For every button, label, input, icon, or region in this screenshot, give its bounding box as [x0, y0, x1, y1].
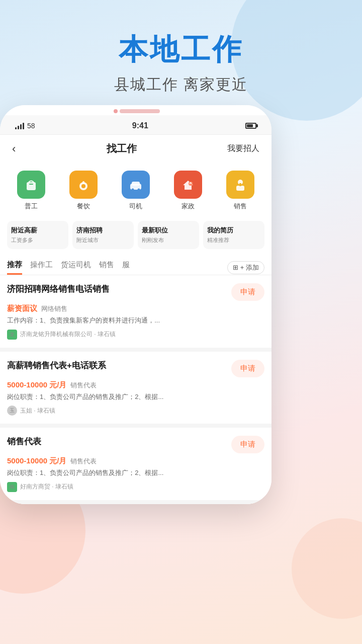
job-title-2: 高薪聘销售代表+电话联系 — [7, 360, 226, 372]
nav-title: 找工作 — [107, 142, 137, 155]
phone-notch — [0, 105, 272, 115]
job-title-1: 济阳招聘网络销售电话销售 — [7, 283, 226, 295]
signal-bar-3 — [20, 124, 22, 129]
status-time: 9:41 — [132, 121, 148, 130]
svg-point-7 — [132, 189, 134, 191]
job-desc-3: 岗位职责：1、负责公司产品的销售及推广；2、根据... — [7, 468, 264, 478]
category-icon-driver — [122, 171, 150, 199]
back-button[interactable]: ‹ — [12, 142, 16, 155]
company-name-1: 济南龙铭升降机械有限公司 · 埭石镇 — [20, 330, 116, 339]
tab-add-button[interactable]: ⊞ + 添加 — [227, 261, 264, 274]
job-list: 济阳招聘网络销售电话销售 申请 薪资面议网络销售 工作内容：1、负责搜集新客户的… — [0, 275, 272, 504]
svg-rect-0 — [27, 182, 36, 190]
category-item-driver[interactable]: 司机 — [122, 171, 150, 211]
signal-bar-2 — [18, 126, 19, 129]
nav-bar: ‹ 找工作 我要招人 — [0, 135, 272, 163]
svg-point-8 — [138, 189, 140, 191]
category-item-general-worker[interactable]: 普工 — [17, 171, 45, 211]
category-icon-sales — [226, 171, 254, 199]
company-logo-3: 南 — [7, 482, 17, 492]
quick-links: 附近高薪 工资多多 济南招聘 附近城市 最新职位 刚刚发布 我的简历 精准推荐 — [0, 216, 272, 254]
category-label-driver: 司机 — [129, 202, 142, 211]
tab-sales[interactable]: 销售 — [99, 260, 114, 275]
quick-link-title-3: 我的简历 — [207, 226, 260, 235]
app-subtitle: 县城工作 离家更近 — [0, 74, 362, 95]
job-card-2: 高薪聘销售代表+电话联系 申请 5000-10000 元/月销售代表 岗位职责：… — [0, 352, 272, 428]
tab-freight-driver[interactable]: 货运司机 — [61, 260, 91, 275]
job-card-header-3: 销售代表 申请 — [7, 436, 264, 453]
battery-icon — [245, 123, 256, 129]
company-logo-1: 龙 — [7, 330, 17, 340]
category-label-housekeeping: 家政 — [182, 202, 195, 211]
quick-link-nearby-highpay[interactable]: 附近高薪 工资多多 — [7, 221, 68, 249]
job-salary-3: 5000-10000 元/月销售代表 — [7, 456, 264, 466]
notch-line — [120, 109, 160, 113]
svg-rect-13 — [239, 183, 241, 186]
svg-rect-6 — [132, 182, 140, 186]
svg-rect-1 — [29, 184, 33, 185]
quick-link-latest-jobs[interactable]: 最新职位 刚刚发布 — [138, 221, 199, 249]
job-salary-tag-2: 销售代表 — [70, 381, 97, 389]
notch-dot — [114, 109, 118, 113]
category-icon-housekeeping — [174, 171, 202, 199]
tabs-row: 推荐 操作工 货运司机 销售 服 ⊞ + 添加 — [0, 254, 272, 275]
tab-add-icon: ⊞ — [233, 264, 238, 271]
apply-button-2[interactable]: 申请 — [231, 360, 264, 377]
nav-right-button[interactable]: 我要招人 — [227, 143, 259, 154]
quick-link-my-resume[interactable]: 我的简历 精准推荐 — [203, 221, 264, 249]
tab-recommend[interactable]: 推荐 — [7, 260, 22, 275]
category-item-housekeeping[interactable]: 家政 — [174, 171, 202, 211]
job-company-2: 玉 玉姐 · 埭石镇 — [7, 406, 264, 416]
tab-service[interactable]: 服 — [122, 260, 130, 275]
svg-rect-12 — [236, 186, 244, 191]
bg-decoration-bottom-right — [292, 518, 362, 619]
job-salary-tag-3: 销售代表 — [70, 457, 97, 465]
quick-link-sub-2: 刚刚发布 — [142, 236, 195, 244]
job-card-3: 销售代表 申请 5000-10000 元/月销售代表 岗位职责：1、负责公司产品… — [0, 428, 272, 504]
job-company-3: 南 好南方商贸 · 埭石镇 — [7, 482, 264, 492]
svg-rect-3 — [82, 181, 84, 184]
job-desc-2: 岗位职责：1、负责公司产品的销售及推广；2、根据... — [7, 392, 264, 402]
apply-button-1[interactable]: 申请 — [231, 283, 264, 301]
battery-fill — [247, 124, 253, 127]
quick-link-sub-3: 精准推荐 — [207, 236, 260, 244]
category-label-sales: 销售 — [234, 202, 247, 211]
job-salary-tag-1: 网络销售 — [41, 305, 67, 312]
app-header: 本地工作 县城工作 离家更近 — [0, 30, 362, 95]
job-card-header-1: 济阳招聘网络销售电话销售 申请 — [7, 283, 264, 301]
job-desc-1: 工作内容：1、负责搜集新客户的资料并进行沟通，... — [7, 315, 264, 326]
category-item-sales[interactable]: 销售 — [226, 171, 254, 211]
category-label-catering: 餐饮 — [77, 202, 90, 211]
category-item-catering[interactable]: 餐饮 — [69, 171, 98, 211]
signal-area: 58 — [15, 122, 35, 130]
tab-operator[interactable]: 操作工 — [30, 260, 53, 275]
category-row: 普工 餐饮 — [0, 163, 272, 216]
signal-bar-1 — [15, 127, 17, 129]
category-icon-catering — [69, 171, 98, 199]
quick-link-title-0: 附近高薪 — [11, 226, 64, 235]
job-company-1: 龙 济南龙铭升降机械有限公司 · 埭石镇 — [7, 330, 264, 340]
quick-link-sub-0: 工资多多 — [11, 236, 64, 244]
quick-link-jinan-recruit[interactable]: 济南招聘 附近城市 — [72, 221, 134, 249]
company-name-3: 好南方商贸 · 埭石镇 — [20, 482, 73, 491]
tab-add-label: + 添加 — [240, 263, 259, 272]
phone-mockup: 58 9:41 ‹ 找工作 我要招人 — [0, 105, 272, 504]
job-salary-2: 5000-10000 元/月销售代表 — [7, 380, 264, 390]
job-card-1: 济阳招聘网络销售电话销售 申请 薪资面议网络销售 工作内容：1、负责搜集新客户的… — [0, 275, 272, 352]
app-title: 本地工作 — [0, 30, 362, 69]
signal-number: 58 — [27, 122, 35, 130]
category-label-general-worker: 普工 — [25, 202, 38, 211]
quick-link-title-2: 最新职位 — [142, 226, 195, 235]
company-name-2: 玉姐 · 埭石镇 — [20, 407, 55, 415]
company-logo-2: 玉 — [7, 406, 17, 416]
job-card-header-2: 高薪聘销售代表+电话联系 申请 — [7, 360, 264, 377]
signal-bars-icon — [15, 122, 24, 129]
job-salary-1: 薪资面议网络销售 — [7, 304, 264, 313]
quick-link-sub-1: 附近城市 — [76, 236, 130, 244]
battery-indicator — [245, 123, 256, 129]
signal-bar-4 — [23, 123, 24, 129]
category-icon-general-worker — [17, 171, 45, 199]
svg-point-4 — [81, 184, 85, 188]
apply-button-3[interactable]: 申请 — [231, 436, 264, 453]
job-title-3: 销售代表 — [7, 436, 226, 448]
